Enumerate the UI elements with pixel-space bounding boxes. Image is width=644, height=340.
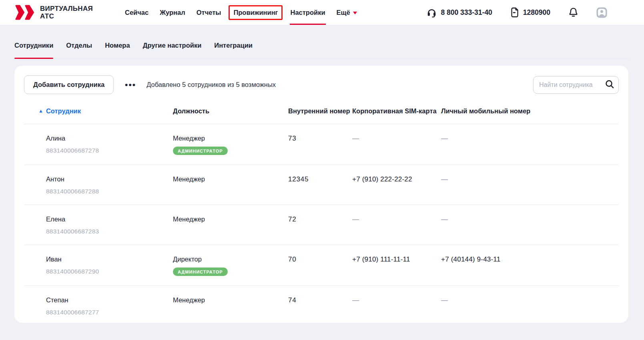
table-header: ▲ Сотрудник Должность Внутренний номер К… xyxy=(24,105,619,124)
employee-position: Менеджер xyxy=(173,135,288,142)
employee-position: Менеджер xyxy=(173,175,288,183)
employee-name: Степан xyxy=(46,296,173,304)
sort-asc-icon: ▲ xyxy=(38,109,43,113)
employee-position: Менеджер xyxy=(173,215,288,223)
personal-mobile: — xyxy=(441,296,619,304)
employee-id: 883140006687290 xyxy=(46,268,173,275)
tab-other-settings[interactable]: Другие настройки xyxy=(143,42,202,58)
nav-item-more[interactable]: Ещё xyxy=(331,0,363,25)
employees-count-summary: Добавлено 5 сотрудников из 5 возможных xyxy=(146,81,276,89)
nav-item-journal[interactable]: Журнал xyxy=(154,0,191,25)
personal-mobile: — xyxy=(441,135,619,143)
notifications-button[interactable] xyxy=(568,7,578,18)
toolbar: Добавить сотрудника ••• Добавлено 5 сотр… xyxy=(24,75,619,94)
table-row[interactable]: Антон 883140006687288 Менеджер 12345 +7 … xyxy=(24,165,619,205)
corporate-sim: — xyxy=(352,215,441,223)
tab-numbers[interactable]: Номера xyxy=(105,42,130,58)
personal-mobile: +7 (40144) 9-43-11 xyxy=(441,256,619,264)
admin-badge: АДМИНИСТРАТОР xyxy=(173,268,228,276)
extension-number: 72 xyxy=(288,215,352,223)
more-actions-button[interactable]: ••• xyxy=(123,78,138,91)
corporate-sim: +7 (910) 111-11-11 xyxy=(352,256,441,264)
admin-badge: АДМИНИСТРАТОР xyxy=(173,147,228,155)
logo-text: ВИРТУАЛЬНАЯ АТС xyxy=(40,5,93,20)
add-employee-button[interactable]: Добавить сотрудника xyxy=(24,75,114,94)
brand-chevrons-icon xyxy=(14,4,35,20)
extension-number: 74 xyxy=(288,296,352,304)
employee-name: Алина xyxy=(46,135,173,142)
employee-id: 883140006687288 xyxy=(46,188,173,195)
column-header-personal: Личный мобильный номер xyxy=(441,107,619,115)
column-header-sim: Корпоративная SIM-карта xyxy=(352,107,441,115)
document-icon xyxy=(510,7,519,18)
search-box xyxy=(533,76,619,94)
table-row[interactable]: Степан 883140006687277 Менеджер 74 — — xyxy=(24,286,619,326)
support-phone[interactable]: 8 800 333-31-40 xyxy=(427,8,492,18)
table-row[interactable]: Алина 883140006687278 Менеджер АДМИНИСТР… xyxy=(24,124,619,165)
chevron-down-icon xyxy=(353,12,357,14)
extension-number: 73 xyxy=(288,135,352,143)
employee-position: Менеджер xyxy=(173,296,288,304)
extension-number: 70 xyxy=(288,256,352,264)
account-number-group[interactable]: 1280900 xyxy=(510,7,550,18)
column-header-employee[interactable]: ▲ Сотрудник xyxy=(38,107,173,115)
table-row[interactable]: Елена 883140006687283 Менеджер 72 — — xyxy=(24,205,619,245)
nav-item-settings[interactable]: Настройки xyxy=(285,0,331,25)
account-number: 1280900 xyxy=(523,8,550,17)
employee-name: Иван xyxy=(46,256,173,263)
headset-icon xyxy=(427,8,437,18)
tab-integrations[interactable]: Интеграции xyxy=(214,42,253,58)
personal-mobile: — xyxy=(441,215,619,223)
bell-icon xyxy=(568,7,578,18)
employee-position: Директор xyxy=(173,256,288,263)
extension-number: 12345 xyxy=(288,175,352,183)
support-phone-number: 8 800 333-31-40 xyxy=(441,8,492,17)
employee-id: 883140006687277 xyxy=(46,309,173,316)
employee-name: Антон xyxy=(46,175,173,183)
table-row[interactable]: Иван 883140006687290 Директор АДМИНИСТРА… xyxy=(24,245,619,286)
corporate-sim: — xyxy=(352,296,441,304)
column-header-position: Должность xyxy=(173,107,288,115)
nav-item-now[interactable]: Сейчас xyxy=(119,0,154,25)
settings-tabs: Сотрудники Отделы Номера Другие настройк… xyxy=(14,25,628,58)
user-avatar-icon xyxy=(596,7,607,18)
table-body: Алина 883140006687278 Менеджер АДМИНИСТР… xyxy=(24,124,619,326)
search-input[interactable] xyxy=(533,76,619,94)
header-right: 8 800 333-31-40 1280900 xyxy=(427,7,607,18)
employee-name: Елена xyxy=(46,215,173,223)
top-navbar: ВИРТУАЛЬНАЯ АТС Сейчас Журнал Отчеты Про… xyxy=(0,0,644,25)
employee-id: 883140006687278 xyxy=(46,147,173,154)
corporate-sim: +7 (910) 222-22-22 xyxy=(352,175,441,183)
nav-item-provisioning[interactable]: Провижининг xyxy=(229,5,283,20)
employee-id: 883140006687283 xyxy=(46,228,173,235)
tab-employees[interactable]: Сотрудники xyxy=(14,42,53,58)
main-nav: Сейчас Журнал Отчеты Провижининг Настрой… xyxy=(119,0,363,25)
column-header-extension: Внутренний номер xyxy=(288,107,352,115)
tab-departments[interactable]: Отделы xyxy=(66,42,92,58)
corporate-sim: — xyxy=(352,135,441,143)
nav-item-reports[interactable]: Отчеты xyxy=(191,0,227,25)
personal-mobile: — xyxy=(441,175,619,183)
logo[interactable]: ВИРТУАЛЬНАЯ АТС xyxy=(14,4,93,20)
employees-card: Добавить сотрудника ••• Добавлено 5 сотр… xyxy=(14,66,628,323)
account-button[interactable] xyxy=(596,7,607,18)
